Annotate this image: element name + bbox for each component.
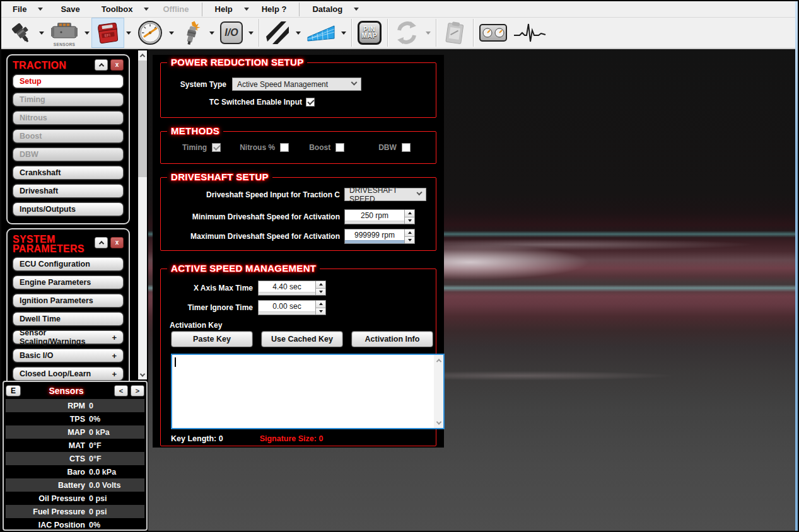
spin-down-icon[interactable]: [405, 237, 414, 244]
timer-ignore-time-spinner[interactable]: 0.00 sec: [258, 300, 326, 315]
traction-item-crankshaft[interactable]: Crankshaft: [13, 166, 124, 180]
dashboard-gauges-button[interactable]: [476, 18, 510, 47]
scroll-down-icon[interactable]: [138, 370, 147, 379]
pin-map-button[interactable]: PIN MAP: [354, 18, 385, 47]
traction-setup-form: POWER REDUCTION SETUP System Type Active…: [153, 55, 444, 448]
text-caret: [175, 357, 176, 367]
menu-save-label: Save: [58, 4, 82, 14]
spin-up-icon[interactable]: [316, 281, 325, 289]
sysparam-item-engine-parameters[interactable]: Engine Parameters: [13, 275, 124, 289]
method-boost-checkbox[interactable]: [335, 143, 344, 152]
chevron-down-icon[interactable]: [85, 32, 90, 35]
efi-setup-button[interactable]: EFI: [92, 18, 124, 47]
chevron-down-icon: [144, 8, 149, 11]
spin-up-icon[interactable]: [316, 301, 325, 308]
method-dbw-checkbox[interactable]: [402, 143, 411, 152]
sensor-row: MAP0 kPa: [6, 425, 144, 439]
traction-item-inputs-outputs[interactable]: Inputs/Outputs: [13, 202, 124, 216]
traction-item-driveshaft[interactable]: Driveshaft: [13, 184, 124, 198]
sysparam-item-dwell-time[interactable]: Dwell Time: [13, 312, 124, 326]
tc-switched-checkbox[interactable]: [306, 98, 315, 107]
fuel-injector-button[interactable]: [5, 18, 37, 47]
sensors-button[interactable]: SENSORS: [47, 18, 82, 47]
spin-down-icon[interactable]: [405, 217, 414, 224]
spin-down-icon[interactable]: [316, 308, 325, 315]
traction-item-setup[interactable]: Setup: [13, 74, 124, 88]
menu-save[interactable]: Save: [54, 4, 86, 14]
dual-gauges-icon: [479, 24, 507, 42]
sidebar-scrollbar[interactable]: [138, 50, 147, 379]
gauge-icon: [137, 20, 163, 46]
menu-datalog[interactable]: Datalog: [306, 4, 363, 14]
traction-bars-button[interactable]: [262, 18, 293, 47]
collapse-icon[interactable]: [95, 237, 108, 248]
expand-sensors-button[interactable]: E: [6, 385, 21, 396]
spin-down-icon[interactable]: [316, 289, 325, 296]
expand-plus-icon: +: [112, 369, 117, 379]
xaxis-max-time-spinner[interactable]: 4.40 sec: [258, 280, 326, 296]
pulse-waveform-icon: [513, 21, 546, 44]
close-icon[interactable]: x: [110, 237, 124, 248]
chevron-down-icon[interactable]: [248, 32, 254, 35]
sysparam-item-ignition-parameters[interactable]: Ignition Parameters: [13, 294, 124, 308]
method-nitrous-label: Nitrous %: [240, 143, 275, 152]
driveshaft-min-spinner[interactable]: 250 rpm: [344, 209, 415, 224]
sensors-next-button[interactable]: >: [131, 385, 144, 396]
scrollbar-thumb[interactable]: [138, 61, 147, 177]
chevron-down-icon[interactable]: [39, 32, 44, 35]
sensors-prev-button[interactable]: <: [114, 385, 128, 396]
menu-separator: [202, 3, 202, 16]
chevron-down-icon[interactable]: [341, 32, 346, 35]
driveshaft-max-value: 999999 rpm: [345, 229, 404, 240]
scroll-up-icon[interactable]: [434, 356, 443, 365]
system-type-dropdown[interactable]: Active Speed Management: [232, 78, 361, 91]
scroll-down-icon[interactable]: [434, 418, 443, 427]
sensor-label: Baro: [11, 468, 85, 477]
spin-up-icon[interactable]: [405, 229, 414, 237]
sensor-row: Baro0.0 kPa: [6, 465, 144, 478]
paste-key-button[interactable]: Paste Key: [171, 331, 253, 347]
spin-up-icon[interactable]: [405, 210, 414, 217]
datalog-pulse-button[interactable]: [510, 18, 549, 47]
use-cached-key-button[interactable]: Use Cached Key: [261, 331, 343, 347]
chevron-down-icon[interactable]: [169, 32, 174, 35]
sensor-value: 0°F: [85, 454, 139, 463]
traction-item-nitrous: Nitrous: [13, 111, 124, 125]
chevron-down-icon[interactable]: [126, 32, 131, 35]
chevron-down-icon[interactable]: [209, 32, 214, 35]
menu-file[interactable]: File: [6, 4, 47, 14]
expand-plus-icon: +: [112, 351, 117, 361]
sysparam-item-basic-io[interactable]: Basic I/O +: [13, 349, 124, 362]
chevron-down-icon[interactable]: [296, 32, 301, 35]
activation-info-button[interactable]: Activation Info: [351, 331, 433, 347]
diagonal-stripes-icon: [265, 20, 290, 45]
close-icon[interactable]: x: [110, 59, 124, 71]
gauge-button[interactable]: [134, 18, 166, 47]
sysparam-item-sensor-scaling[interactable]: Sensor Scaling/Warnings +: [13, 330, 124, 344]
sysparam-item-ecu-configuration[interactable]: ECU Configuration: [13, 257, 124, 271]
spark-plug-button[interactable]: [177, 18, 207, 47]
menu-help-label: Help: [213, 4, 235, 14]
activation-key-textarea[interactable]: [171, 354, 445, 429]
menu-toolbox[interactable]: Toolbox: [95, 4, 153, 14]
sensor-value: 0.0 kPa: [85, 468, 139, 477]
driveshaft-max-spinner[interactable]: 999999 rpm: [344, 229, 415, 244]
textarea-scrollbar[interactable]: [434, 355, 443, 428]
driveshaft-max-label: Maximum Driveshaft Speed for Activation: [161, 232, 340, 241]
driveshaft-input-dropdown[interactable]: DRIVESHAFT SPEED: [344, 188, 426, 201]
menu-help2[interactable]: Help ?: [255, 4, 293, 14]
sensors-module-icon: [50, 22, 79, 43]
menu-help[interactable]: Help: [209, 4, 253, 14]
content-area: TRACTION x Setup Timing Nitrous Boost DB…: [1, 49, 798, 531]
sensor-value: 0°F: [85, 441, 139, 450]
io-button[interactable]: I/O: [217, 18, 246, 47]
tc-switched-label: TC Switched Enable Input: [161, 98, 302, 107]
active-speed-management-section: ACTIVE SPEED MANAGEMENT X Axis Max Time …: [160, 269, 436, 446]
scroll-up-icon[interactable]: [138, 50, 147, 60]
table-3d-button[interactable]: [303, 18, 339, 47]
sysparam-item-closed-loop-learn[interactable]: Closed Loop/Learn +: [13, 367, 124, 381]
method-nitrous-checkbox[interactable]: [280, 143, 289, 152]
chevron-down-icon: [38, 8, 43, 11]
chevron-down-icon: [426, 32, 431, 35]
collapse-icon[interactable]: [95, 59, 108, 71]
